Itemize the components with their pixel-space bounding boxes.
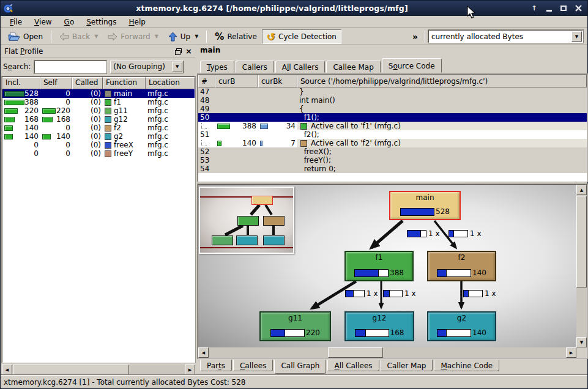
titlebar[interactable]: xtmemory.kcg.6274 [/home/philippe/valgri… xyxy=(1,1,587,16)
tab-machine-code[interactable]: Machine Code xyxy=(434,360,499,371)
relative-button[interactable]: % Relative xyxy=(210,29,261,44)
scroll-right-icon[interactable]: ▶ xyxy=(185,365,195,375)
scroll-right-icon[interactable]: ▶ xyxy=(566,347,576,358)
graph-node-main[interactable]: main528 xyxy=(389,191,461,220)
event-type-combo[interactable]: currently allocated Bytes ▼ xyxy=(428,30,583,43)
scroll-up-icon[interactable]: ▲ xyxy=(576,185,587,195)
flat-profile-header: Incl.SelfCalledFunctionLocation xyxy=(2,77,195,89)
scroll-down-icon[interactable]: ▼ xyxy=(576,337,587,347)
forward-dropdown-icon[interactable]: ▼ xyxy=(155,34,158,39)
column-header-incl[interactable]: Incl. xyxy=(2,77,40,89)
back-label: Back xyxy=(72,32,90,41)
open-button[interactable]: Open xyxy=(3,29,48,44)
table-row-freey[interactable]: 00(0)freeYmfg.c xyxy=(2,149,195,158)
source-line-48[interactable]: 48int main() xyxy=(198,96,587,105)
tab-all-callees[interactable]: All Callees xyxy=(327,360,379,371)
source-line-49[interactable]: 49{ xyxy=(198,105,587,113)
column-header-source[interactable]: Source ('/home/philippe/valgrind/littlep… xyxy=(297,75,587,87)
scroll-thumb[interactable] xyxy=(576,196,587,287)
graph-node-f2[interactable]: f2140 xyxy=(427,251,496,281)
table-row-g12[interactable]: 168168(0)g12mfg.c xyxy=(2,115,195,124)
column-header-curbk[interactable]: curBk xyxy=(258,75,297,87)
combo-dropdown-icon[interactable]: ▼ xyxy=(571,31,582,42)
graph-node-g11[interactable]: g11220 xyxy=(259,311,331,341)
function-color-swatch xyxy=(105,116,111,123)
table-row-freex[interactable]: 00(0)freeXmfg.c xyxy=(2,141,195,149)
cycle-detection-button[interactable]: ↺ Cycle Detection xyxy=(262,29,341,44)
column-header-[interactable]: # xyxy=(198,75,215,87)
node-cost-value: 168 xyxy=(390,328,404,337)
search-input[interactable] xyxy=(34,61,106,73)
back-button[interactable]: Back ▼ xyxy=(54,29,103,44)
up-button[interactable]: Up ▼ xyxy=(163,29,204,44)
grouping-dropdown-icon[interactable]: ▼ xyxy=(172,62,182,72)
tab-all-callers[interactable]: All Callers xyxy=(275,61,326,73)
shade-button[interactable]: ↑ xyxy=(530,4,538,13)
back-dropdown-icon[interactable]: ▼ xyxy=(94,34,98,39)
flat-profile-hscrollbar[interactable]: ◀ ▶ xyxy=(2,365,195,375)
graph-node-g12[interactable]: g12168 xyxy=(344,311,414,341)
menu-settings[interactable]: Settings xyxy=(81,17,122,27)
source-line-51[interactable]: 51 f2(); xyxy=(198,130,587,139)
scroll-thumb[interactable] xyxy=(13,365,129,375)
table-row-g11[interactable]: 220220(0)g11mfg.c xyxy=(2,106,195,115)
source-line-50[interactable]: 50 f1(); xyxy=(198,113,587,122)
tab-callers[interactable]: Callers xyxy=(236,61,274,73)
scroll-thumb[interactable] xyxy=(328,347,383,358)
dock-close-icon[interactable]: × xyxy=(185,48,193,56)
tab-caller-map[interactable]: Caller Map xyxy=(381,360,433,371)
call-graph-panel[interactable]: main528f1388f2140g11220g12168g21401 x1 x… xyxy=(198,184,587,358)
column-header-curb[interactable]: curB xyxy=(215,75,258,87)
toolbar-overflow-button[interactable]: » xyxy=(409,32,422,42)
close-button[interactable] xyxy=(574,4,582,13)
tab-source-code[interactable]: Source Code xyxy=(382,58,442,73)
tab-callee-map[interactable]: Callee Map xyxy=(326,61,380,73)
source-line-54[interactable]: 54 return 0; xyxy=(198,165,587,173)
table-row-f2[interactable]: 1400(0)f2mfg.c xyxy=(2,124,195,132)
up-dropdown-icon[interactable]: ▼ xyxy=(195,34,198,39)
scroll-left-icon[interactable]: ◀ xyxy=(2,365,12,375)
tab-callees[interactable]: Callees xyxy=(233,360,273,371)
tab-types[interactable]: Types xyxy=(200,61,234,73)
dock-float-icon[interactable] xyxy=(174,48,182,56)
table-row-main[interactable]: 5280(0)mainmfg.c xyxy=(2,89,195,98)
graph-vscrollbar[interactable]: ▲ ▼ xyxy=(576,185,587,347)
tab-parts[interactable]: Parts xyxy=(200,360,232,371)
menu-go[interactable]: Go xyxy=(59,17,80,27)
column-header-self[interactable]: Self xyxy=(40,77,72,89)
maximize-button[interactable] xyxy=(559,4,568,13)
column-header-called[interactable]: Called xyxy=(72,77,103,89)
graph-node-f1[interactable]: f1388 xyxy=(344,251,414,281)
menu-view[interactable]: View xyxy=(29,17,57,27)
scroll-left-icon[interactable]: ◀ xyxy=(198,347,209,358)
graph-overview-map[interactable] xyxy=(199,187,294,254)
tab-call-graph[interactable]: Call Graph xyxy=(274,360,326,374)
minimize-button[interactable] xyxy=(545,4,553,13)
graph-node-g2[interactable]: g2140 xyxy=(427,311,496,341)
search-label: Search: xyxy=(3,62,31,71)
source-tabs: TypesCallersAll CallersCallee MapSource … xyxy=(198,58,587,73)
node-label: g11 xyxy=(288,314,302,322)
dock-titlebar[interactable]: Flat Profile × xyxy=(2,46,195,57)
edge-call-count-label: 1 x xyxy=(383,289,416,298)
table-row-g2[interactable]: 140140(0)g2mfg.c xyxy=(2,132,195,141)
node-cost-value: 528 xyxy=(436,207,450,216)
source-line-52[interactable]: 52 freeX(); xyxy=(198,147,587,156)
call-target-swatch xyxy=(300,140,307,147)
toolbar-separator xyxy=(206,31,207,43)
column-header-function[interactable]: Function xyxy=(103,77,146,89)
column-header-location[interactable]: Location xyxy=(146,77,195,89)
source-call-row[interactable]: 1407Active call to 'f2' (mfg.c) xyxy=(198,139,587,147)
menu-file[interactable]: File xyxy=(4,17,28,27)
menu-help[interactable]: Help xyxy=(123,17,151,27)
source-line-47[interactable]: 47} xyxy=(198,87,587,96)
graph-hscrollbar[interactable]: ◀ ▶ xyxy=(198,347,576,358)
flat-profile-dock: Flat Profile × Search: (No Grouping) ▼ I… xyxy=(2,46,195,375)
table-row-f1[interactable]: 3880(0)f1mfg.c xyxy=(2,98,195,106)
event-type-value: currently allocated Bytes xyxy=(429,32,571,41)
forward-button[interactable]: Forward ▼ xyxy=(103,29,163,44)
location-cell: mfg.c xyxy=(146,98,195,106)
source-line-53[interactable]: 53 freeY(); xyxy=(198,156,587,165)
source-call-row[interactable]: 38834Active call to 'f1' (mfg.c) xyxy=(198,122,587,130)
grouping-combo[interactable]: (No Grouping) ▼ xyxy=(110,61,184,73)
